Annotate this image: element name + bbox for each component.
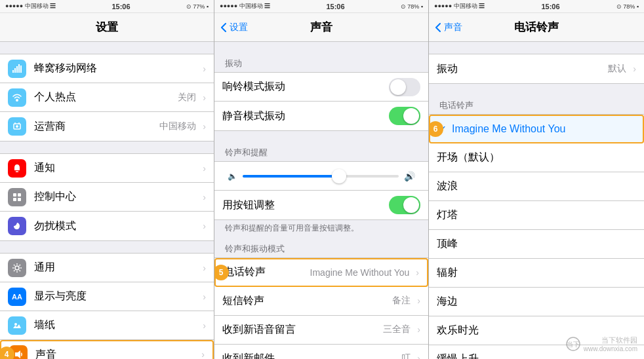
time-3: 15:06: [541, 3, 559, 10]
back-button-3[interactable]: 声音: [435, 22, 462, 33]
volume-button-toggle[interactable]: [389, 196, 420, 214]
settings-item-cellular[interactable]: 蜂窝移动网络: [0, 54, 214, 83]
control-label: 控制中心: [34, 190, 200, 204]
svg-rect-14: [18, 198, 21, 201]
ringtone-peak-label: 顶峰: [437, 237, 636, 251]
settings-item-carrier[interactable]: 运营商 中国移动: [0, 112, 214, 141]
svg-rect-3: [18, 64, 20, 73]
svg-rect-4: [20, 66, 22, 73]
ringtone-list: 振动 默认 电话铃声 6 ✓ Imagine Me Without You 开场…: [429, 42, 644, 359]
sounds-label: 声音: [35, 348, 199, 360]
cellular-label: 蜂窝移动网络: [34, 62, 200, 75]
settings-item-sounds[interactable]: 4 声音: [0, 340, 214, 359]
nav-title-3: 电话铃声: [514, 20, 559, 35]
new-email-item[interactable]: 收到新邮件 叮: [214, 345, 428, 359]
svg-point-15: [15, 266, 19, 270]
screen3-ringtone: ●●●●● 中国移动 ☰ 15:06 ⊙ 78% ▪ 声音 电话铃声 振动 默认…: [429, 0, 644, 359]
volume-button-label: 用按钮调整: [222, 198, 389, 212]
ringtone-default-item[interactable]: 开场（默认）: [429, 143, 644, 172]
settings-item-display[interactable]: AA 显示与亮度: [0, 282, 214, 311]
vibration-group: 响铃模式振动 静音模式振动: [214, 72, 428, 131]
sms-ringtone-item[interactable]: 短信铃声 备注: [214, 287, 428, 316]
control-chevron: [203, 192, 206, 202]
svg-rect-2: [16, 66, 18, 73]
silent-vibrate-item[interactable]: 静音模式振动: [214, 102, 428, 130]
carrier-value: 中国移动: [159, 121, 196, 132]
wallpaper-chevron: [203, 320, 206, 331]
ringtone-wave-item[interactable]: 波浪: [429, 172, 644, 201]
watermark: 当下 当下软件园 www.downxia.com: [565, 335, 637, 352]
ring-vibrate-toggle[interactable]: [389, 78, 420, 96]
settings-item-wallpaper[interactable]: 墙纸: [0, 311, 214, 340]
nav-bar-2: 设置 声音: [214, 13, 428, 42]
ringtone-selected-label: Imagine Me Without You: [452, 123, 635, 135]
signal-2: ●●●●● 中国移动 ☰: [220, 2, 270, 10]
display-label: 显示与亮度: [34, 290, 200, 303]
new-email-chevron: [417, 353, 420, 359]
svg-rect-1: [14, 68, 16, 73]
general-label: 通用: [34, 261, 200, 274]
svg-rect-12: [18, 193, 21, 197]
settings-list: 蜂窝移动网络 个人热点 关闭 运营商 中国移动: [0, 42, 214, 359]
silent-vibrate-toggle[interactable]: [389, 107, 420, 125]
volume-footer: 铃声和提醒的音量可用音量按钮调整。: [214, 220, 428, 239]
volume-slider-row: 🔈 🔊: [214, 162, 428, 191]
dnd-chevron: [203, 221, 206, 231]
new-email-label: 收到新邮件: [222, 352, 401, 359]
back-button-2[interactable]: 设置: [221, 22, 248, 33]
volume-button-item[interactable]: 用按钮调整: [214, 191, 428, 219]
display-icon: AA: [8, 288, 26, 306]
nav-bar-3: 声音 电话铃声: [429, 13, 644, 42]
phone-ringtone-item[interactable]: 5 电话铃声 Imagine Me Without You: [214, 258, 428, 287]
notification-label: 通知: [34, 161, 200, 175]
volume-thumb[interactable]: [332, 169, 346, 183]
ringtone-item-selected[interactable]: 6 ✓ Imagine Me Without You: [429, 115, 644, 143]
settings-item-general[interactable]: 通用: [0, 254, 214, 282]
battery-3: ⊙ 78% ▪: [616, 3, 639, 10]
hotspot-label: 个人热点: [34, 90, 178, 104]
silent-vibrate-label: 静音模式振动: [222, 109, 389, 123]
nav-title-2: 声音: [310, 20, 332, 35]
hotspot-chevron: [203, 92, 206, 103]
general-chevron: [203, 263, 206, 273]
status-bar-3: ●●●●● 中国移动 ☰ 15:06 ⊙ 78% ▪: [429, 0, 644, 13]
vibration-value-3: 默认: [608, 63, 626, 75]
ringtone-wave-label: 波浪: [437, 180, 636, 193]
ringtone-seaside-item[interactable]: 海边: [429, 288, 644, 316]
volume-high-icon: 🔊: [404, 171, 415, 181]
annotation-4: 4: [0, 347, 14, 359]
settings-item-control[interactable]: 控制中心: [0, 183, 214, 212]
settings-group-2: 通知 控制中心 勿扰模式: [0, 153, 214, 241]
ringtone-lighthouse-item[interactable]: 灯塔: [429, 201, 644, 230]
notification-chevron: [203, 163, 206, 174]
vibration-group-3: 振动 默认: [429, 54, 644, 84]
ringtone-radiation-item[interactable]: 辐射: [429, 259, 644, 288]
screen1-settings: ●●●●● 中国移动 ☰ 15:06 ⊙ 77% ▪ 设置 蜂窝移动网络 个人热…: [0, 0, 214, 359]
wallpaper-label: 墙纸: [34, 318, 200, 332]
volume-group: 🔈 🔊 用按钮调整: [214, 161, 428, 220]
sms-ringtone-label: 短信铃声: [222, 294, 392, 308]
control-icon: [8, 188, 26, 206]
ringtone-radiation-label: 辐射: [437, 266, 636, 280]
svg-point-16: [14, 323, 17, 326]
hotspot-value: 关闭: [178, 92, 196, 104]
sms-ringtone-chevron: [417, 295, 420, 306]
ringtone-peak-item[interactable]: 顶峰: [429, 230, 644, 259]
nav-bar-1: 设置: [0, 13, 214, 42]
sounds-list: 振动 响铃模式振动 静音模式振动 铃声和提醒 🔈 🔊: [214, 42, 428, 359]
vibration-chevron-3: [633, 64, 636, 74]
settings-item-dnd[interactable]: 勿扰模式: [0, 212, 214, 240]
cellular-chevron: [203, 64, 206, 74]
settings-item-notification[interactable]: 通知: [0, 154, 214, 183]
ring-vibrate-item[interactable]: 响铃模式振动: [214, 73, 428, 102]
carrier-icon: [8, 117, 26, 136]
settings-item-hotspot[interactable]: 个人热点 关闭: [0, 83, 214, 112]
vibration-item-3[interactable]: 振动 默认: [429, 54, 644, 83]
voicemail-item[interactable]: 收到新语音留言 三全音: [214, 316, 428, 345]
screen2-sounds: ●●●●● 中国移动 ☰ 15:06 ⊙ 78% ▪ 设置 声音 振动 响铃模式…: [214, 0, 429, 359]
new-email-value: 叮: [401, 352, 411, 359]
volume-track[interactable]: [243, 175, 399, 178]
settings-group-3: 通用 AA 显示与亮度 墙纸 4 声音: [0, 253, 214, 359]
signal-3: ●●●●● 中国移动 ☰: [434, 2, 485, 10]
svg-point-9: [16, 125, 18, 128]
